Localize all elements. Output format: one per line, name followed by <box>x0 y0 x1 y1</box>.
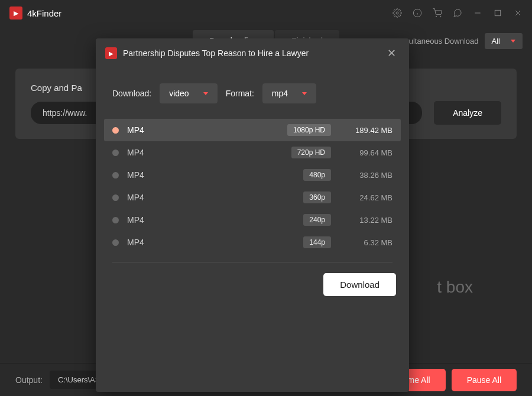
modal-logo-icon: ▶ <box>105 47 117 59</box>
radio-icon <box>112 217 119 223</box>
chevron-down-icon <box>302 92 307 95</box>
radio-icon <box>112 172 119 178</box>
quality-size: 99.64 MB <box>345 148 392 157</box>
quality-row[interactable]: MP41080p HD189.42 MB <box>104 119 401 141</box>
quality-resolution: 144p <box>303 236 331 248</box>
format-select[interactable]: mp4 <box>262 83 316 103</box>
quality-size: 6.32 MB <box>345 238 392 247</box>
quality-format: MP4 <box>127 125 168 135</box>
quality-row[interactable]: MP4240p13.22 MB <box>104 209 401 231</box>
simultaneous-download: Simultaneous Download All <box>395 33 523 49</box>
logo-area: ▶ 4kFinder <box>9 7 61 20</box>
quality-format: MP4 <box>127 170 168 180</box>
quality-list: MP41080p HD189.42 MBMP4720p HD99.64 MBMP… <box>96 119 409 254</box>
quality-resolution: 240p <box>303 214 331 226</box>
quality-format: MP4 <box>127 193 168 202</box>
close-icon[interactable] <box>513 8 523 18</box>
quality-row[interactable]: MP4360p24.62 MB <box>104 186 401 209</box>
quality-size: 13.22 MB <box>345 216 392 225</box>
titlebar-controls <box>392 8 523 18</box>
quality-resolution: 720p HD <box>291 147 331 158</box>
quality-resolution: 360p <box>303 191 331 203</box>
modal-spacer <box>96 309 409 392</box>
quality-size: 24.62 MB <box>345 193 392 202</box>
download-options-modal: ▶ Partnership Disputes Top Reason to Hir… <box>96 38 409 392</box>
download-button[interactable]: Download <box>323 273 396 296</box>
svg-point-5 <box>440 16 441 17</box>
info-icon[interactable] <box>413 8 422 18</box>
download-type-label: Download: <box>112 89 151 98</box>
radio-icon <box>112 239 119 246</box>
svg-point-4 <box>436 16 436 17</box>
quality-size: 38.26 MB <box>345 171 392 180</box>
radio-icon <box>112 150 119 156</box>
radio-icon <box>112 194 119 201</box>
quality-resolution: 1080p HD <box>287 124 331 136</box>
maximize-icon[interactable] <box>493 8 502 18</box>
app-title: 4kFinder <box>27 8 61 18</box>
chevron-down-icon <box>203 92 208 95</box>
svg-rect-7 <box>495 10 500 15</box>
format-label: Format: <box>226 89 254 98</box>
download-type-value: video <box>169 89 189 98</box>
quality-format: MP4 <box>127 238 168 247</box>
sim-download-value: All <box>492 37 500 46</box>
background-hint-text: t box <box>437 278 473 297</box>
minimize-icon[interactable] <box>473 8 482 18</box>
quality-format: MP4 <box>127 215 168 225</box>
download-type-select[interactable]: video <box>160 83 217 103</box>
chat-icon[interactable] <box>453 8 462 18</box>
settings-icon[interactable] <box>392 8 402 18</box>
quality-row[interactable]: MP4720p HD99.64 MB <box>104 141 401 164</box>
modal-title: Partnership Disputes Top Reason to Hire … <box>123 48 378 58</box>
modal-controls: Download: video Format: mp4 <box>96 68 409 119</box>
quality-resolution: 480p <box>303 169 331 181</box>
svg-point-0 <box>396 12 398 14</box>
modal-footer: Download <box>96 262 409 309</box>
app-logo-icon: ▶ <box>9 7 22 20</box>
quality-size: 189.42 MB <box>345 126 392 135</box>
chevron-down-icon <box>511 40 515 43</box>
sim-download-select[interactable]: All <box>485 33 523 49</box>
format-value: mp4 <box>272 89 288 98</box>
quality-format: MP4 <box>127 148 168 157</box>
quality-row[interactable]: MP4144p6.32 MB <box>104 231 401 254</box>
quality-row[interactable]: MP4480p38.26 MB <box>104 164 401 186</box>
cart-icon[interactable] <box>433 8 442 18</box>
analyze-button[interactable]: Analyze <box>434 101 501 125</box>
modal-header: ▶ Partnership Disputes Top Reason to Hir… <box>96 38 409 68</box>
output-label: Output: <box>15 375 43 385</box>
titlebar: ▶ 4kFinder <box>0 0 532 26</box>
modal-close-button[interactable]: ✕ <box>384 46 400 61</box>
pause-all-button[interactable]: Pause All <box>452 369 517 391</box>
radio-icon <box>112 127 119 134</box>
